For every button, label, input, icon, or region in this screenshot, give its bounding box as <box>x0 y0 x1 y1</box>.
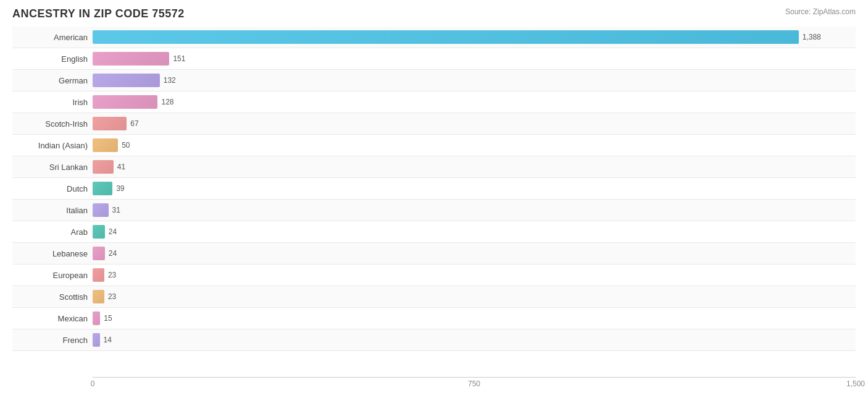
bar-value: 14 <box>104 336 112 344</box>
bar-value: 128 <box>161 98 173 106</box>
bar-fill <box>93 203 109 217</box>
bar-label: German <box>12 76 93 85</box>
bar-value: 23 <box>108 292 116 301</box>
bar-label: English <box>12 54 93 64</box>
bar-value: 151 <box>173 54 185 63</box>
table-row: Italian31 <box>12 200 856 221</box>
bar-label: Sri Lankan <box>12 163 93 172</box>
bar-track: 1,388 <box>93 27 856 48</box>
bar-track: 50 <box>93 135 856 156</box>
bar-track: 15 <box>93 308 856 329</box>
bar-value: 132 <box>164 76 176 85</box>
bar-track: 41 <box>93 156 856 177</box>
table-row: Sri Lankan41 <box>12 156 856 178</box>
table-row: German132 <box>12 70 856 91</box>
bar-label: Scotch-Irish <box>12 119 93 129</box>
bar-track: 14 <box>93 329 856 350</box>
bar-fill <box>93 290 104 303</box>
bar-label: Dutch <box>12 184 93 193</box>
bar-track: 23 <box>93 265 856 286</box>
table-row: English151 <box>12 48 856 70</box>
x-axis-label: 1,500 <box>846 379 865 388</box>
bar-label: French <box>12 336 93 345</box>
bar-value: 24 <box>109 227 117 236</box>
bar-track: 67 <box>93 113 856 134</box>
bars-area: American1,388English151German132Irish128… <box>12 27 856 376</box>
table-row: Dutch39 <box>12 178 856 200</box>
source-label: Source: ZipAtlas.com <box>785 7 856 16</box>
bar-track: 151 <box>93 48 856 69</box>
table-row: Mexican15 <box>12 308 856 329</box>
bar-label: Irish <box>12 98 93 107</box>
bar-track: 24 <box>93 221 856 242</box>
bar-track: 132 <box>93 70 856 91</box>
bar-fill <box>93 333 100 347</box>
bar-value: 24 <box>109 249 117 258</box>
bar-fill <box>93 247 105 260</box>
table-row: European23 <box>12 265 856 286</box>
bar-value: 50 <box>122 141 130 150</box>
chart-container: ANCESTRY IN ZIP CODE 75572 Source: ZipAt… <box>0 0 868 398</box>
bar-track: 23 <box>93 286 856 307</box>
bar-value: 41 <box>117 163 125 171</box>
table-row: Indian (Asian)50 <box>12 135 856 156</box>
bar-value: 15 <box>104 314 112 323</box>
bar-fill <box>93 74 160 87</box>
chart-title: ANCESTRY IN ZIP CODE 75572 <box>12 7 856 20</box>
bar-fill <box>93 160 114 174</box>
bar-label: European <box>12 271 93 280</box>
bar-fill <box>93 30 799 44</box>
table-row: Scottish23 <box>12 286 856 308</box>
bar-fill <box>93 311 100 325</box>
bar-label: Lebanese <box>12 249 93 258</box>
bar-label: Indian (Asian) <box>12 141 93 150</box>
bar-label: Arab <box>12 227 93 237</box>
bar-value: 23 <box>108 271 116 279</box>
bar-fill <box>93 117 127 130</box>
bar-track: 31 <box>93 200 856 221</box>
bar-label: Scottish <box>12 292 93 302</box>
bar-label: American <box>12 33 93 42</box>
bar-label: Mexican <box>12 314 93 323</box>
table-row: French14 <box>12 329 856 351</box>
table-row: Scotch-Irish67 <box>12 113 856 135</box>
bar-fill <box>93 138 118 152</box>
bar-track: 24 <box>93 243 856 264</box>
bar-track: 39 <box>93 178 856 199</box>
x-axis: 07501,500 <box>93 377 856 389</box>
x-axis-label: 0 <box>91 379 95 388</box>
table-row: Irish128 <box>12 91 856 113</box>
bar-value: 1,388 <box>803 33 821 41</box>
bar-fill <box>93 52 169 66</box>
bar-fill <box>93 225 105 239</box>
bar-fill <box>93 95 157 109</box>
bar-fill <box>93 182 112 195</box>
bar-value: 31 <box>112 206 120 214</box>
x-axis-label: 750 <box>468 379 480 388</box>
bar-value: 67 <box>130 119 138 128</box>
bar-value: 39 <box>116 184 124 193</box>
bar-label: Italian <box>12 206 93 215</box>
table-row: Arab24 <box>12 221 856 243</box>
bar-track: 128 <box>93 91 856 112</box>
bar-fill <box>93 268 104 282</box>
table-row: American1,388 <box>12 27 856 48</box>
table-row: Lebanese24 <box>12 243 856 265</box>
